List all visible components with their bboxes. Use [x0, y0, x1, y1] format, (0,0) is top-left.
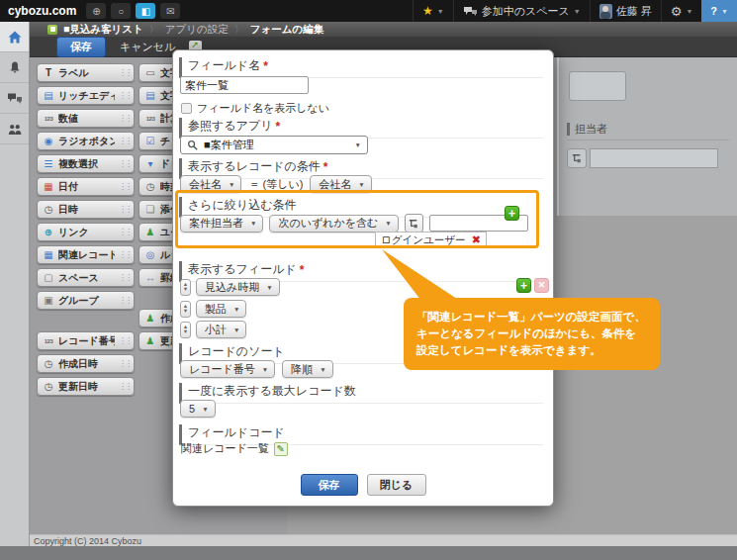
settings-menu[interactable]: ⚙ ▼: [661, 0, 702, 22]
palette-item-radio[interactable]: ◉ラジオボタン⋮⋮: [37, 132, 135, 150]
save-form-button[interactable]: 保存: [56, 37, 106, 57]
chevron-down-icon: ▼: [266, 284, 272, 291]
nav-notifications[interactable]: [0, 52, 29, 83]
checkbox-icon: ☑: [144, 137, 156, 146]
sort-field-dropdown[interactable]: レコード番号▼: [180, 360, 275, 378]
org-select-icon: [567, 148, 587, 168]
callout-text: 設定してレコードを表示できます。: [416, 342, 660, 359]
dialog-close-button[interactable]: 閉じる: [367, 474, 426, 496]
display-field-dropdown[interactable]: 見込み時期▼: [196, 278, 280, 296]
app-icon: [47, 25, 57, 35]
canvas-user-input: [590, 148, 718, 168]
chevron-down-icon: ▼: [574, 8, 581, 15]
bell-icon: [7, 60, 23, 75]
joined-spaces-menu[interactable]: 参加中のスペース ▼: [453, 0, 590, 22]
chevron-down-icon: ▼: [686, 8, 692, 15]
dialog-footer: 保存 閉じる: [173, 474, 553, 496]
drag-grip-icon: ⋮⋮: [119, 68, 131, 77]
remove-display-field-button[interactable]: ✕: [534, 278, 549, 293]
condition-left-dropdown[interactable]: 会社名▼: [180, 175, 241, 193]
related-records-icon: ▦: [43, 250, 54, 260]
remove-user-icon[interactable]: ✖: [472, 233, 481, 246]
sort-order-dropdown[interactable]: 降順▼: [282, 360, 332, 378]
display-field-dropdown[interactable]: 小計▼: [196, 321, 246, 338]
chevron-down-icon: ▼: [358, 181, 364, 188]
global-header: cybozu.com ⊕ ○ ◧ ✉ ★ ▼ 参加中のスペース ▼ 佐藤 昇 ⚙…: [0, 0, 737, 22]
user-select-icon: ♟: [144, 228, 156, 237]
hide-field-name-checkbox[interactable]: [181, 103, 192, 114]
chevron-down-icon: ▼: [250, 220, 256, 227]
filter-field-dropdown[interactable]: 案件担当者▼: [180, 215, 263, 233]
hide-field-name-row: フィールド名を表示しない: [181, 101, 329, 116]
condition-right-dropdown[interactable]: 会社名▼: [310, 175, 371, 193]
lookup-icon: ◎: [144, 250, 156, 260]
palette-item-label: リンク: [58, 226, 115, 239]
portal-icon[interactable]: ○: [111, 3, 131, 19]
attachment-icon: ❏: [144, 205, 156, 215]
palette-item-label: ラジオボタン: [58, 135, 115, 148]
date-icon: ▦: [43, 182, 54, 192]
user-menu[interactable]: 佐藤 昇: [590, 0, 661, 22]
reorder-spinner[interactable]: ▲▼: [180, 301, 191, 318]
reorder-spinner[interactable]: ▲▼: [180, 279, 191, 296]
field-name-section-header: フィールド名 *: [179, 57, 543, 78]
palette-item-space[interactable]: ▢スペース⋮⋮: [37, 268, 135, 287]
palette-item-label[interactable]: Tラベル⋮⋮: [37, 63, 135, 82]
nav-people[interactable]: [0, 114, 29, 144]
chevron-down-icon: ▼: [385, 220, 391, 227]
number-icon: 123: [43, 114, 54, 124]
palette-item-updated-time[interactable]: ◷更新日時⋮⋮: [37, 377, 135, 396]
edit-field-code-icon[interactable]: ✎: [274, 442, 288, 456]
palette-item-multiselect[interactable]: ☰複数選択⋮⋮: [37, 154, 135, 173]
palette-item-richtext[interactable]: ▤リッチエディター⋮⋮: [37, 86, 135, 105]
required-mark: *: [300, 263, 305, 277]
org-select-button[interactable]: [405, 214, 423, 233]
help-menu[interactable]: ? ▼: [701, 0, 737, 22]
add-filter-condition-button[interactable]: +: [505, 206, 519, 221]
kintone-service-icon[interactable]: ◧: [136, 3, 155, 19]
filter-operator-dropdown[interactable]: 次のいずれかを含む▼: [269, 215, 398, 233]
mail-icon[interactable]: ✉: [160, 3, 180, 19]
max-records-dropdown[interactable]: 5▼: [180, 400, 216, 418]
favorites-menu[interactable]: ★ ▼: [413, 0, 453, 22]
form-canvas-dimmed: 担当者: [557, 57, 737, 216]
nav-messages[interactable]: [0, 83, 29, 114]
breadcrumb-settings-link[interactable]: アプリの設定: [165, 23, 229, 37]
palette-item-label: 作成日時: [58, 357, 115, 371]
dialog-save-button[interactable]: 保存: [301, 474, 358, 496]
drag-grip-icon: ⋮⋮: [119, 336, 131, 345]
cybozu-logo[interactable]: cybozu.com: [0, 4, 86, 18]
nav-home[interactable]: [0, 22, 29, 52]
chevron-down-icon: ▼: [320, 366, 325, 373]
palette-item-date[interactable]: ▦日付⋮⋮: [37, 177, 135, 196]
chevron-down-icon: ▼: [202, 406, 208, 413]
palette-item-link[interactable]: ⊕リンク⋮⋮: [37, 223, 135, 241]
breadcrumb-current: フォームの編集: [250, 23, 323, 37]
breadcrumb-app-link[interactable]: ■見込み客リスト: [63, 23, 143, 37]
text-icon: ▭: [144, 68, 156, 78]
required-mark: *: [323, 160, 328, 174]
dropdown-icon: ▾: [144, 159, 156, 169]
ref-app-select[interactable]: ■案件管理 ▼: [180, 136, 368, 154]
breadcrumb-separator: 〉: [234, 23, 244, 37]
org-select-icon: [408, 218, 419, 230]
drag-grip-icon: ⋮⋮: [119, 359, 131, 368]
apps-globe-icon[interactable]: ⊕: [86, 3, 106, 19]
palette-item-datetime[interactable]: ◷日時⋮⋮: [37, 200, 135, 219]
palette-item-created-time[interactable]: ◷作成日時⋮⋮: [37, 354, 135, 373]
reorder-spinner[interactable]: ▲▼: [180, 322, 191, 338]
display-field-dropdown[interactable]: 製品▼: [196, 300, 246, 318]
palette-item-number[interactable]: 123数値⋮⋮: [37, 109, 135, 128]
palette-item-record-number[interactable]: 123レコード番号⋮⋮: [37, 331, 135, 350]
add-display-field-button[interactable]: +: [516, 278, 531, 293]
palette-item-related-records[interactable]: ▦関連レコード一覧⋮⋮: [37, 245, 135, 264]
palette-item-label: ラベル: [58, 66, 115, 80]
condition-row: 会社名▼ ＝ (等しい) 会社名▼: [180, 175, 372, 193]
palette-item-group[interactable]: ▣グループ⋮⋮: [37, 291, 135, 310]
home-icon: [7, 30, 23, 45]
bottom-strip: [0, 546, 737, 560]
max-records-label: 一度に表示する最大レコード数: [188, 383, 356, 400]
field-name-input[interactable]: [180, 76, 309, 94]
cancel-button[interactable]: キャンセル: [120, 40, 175, 54]
drag-grip-icon: ⋮⋮: [119, 296, 131, 305]
